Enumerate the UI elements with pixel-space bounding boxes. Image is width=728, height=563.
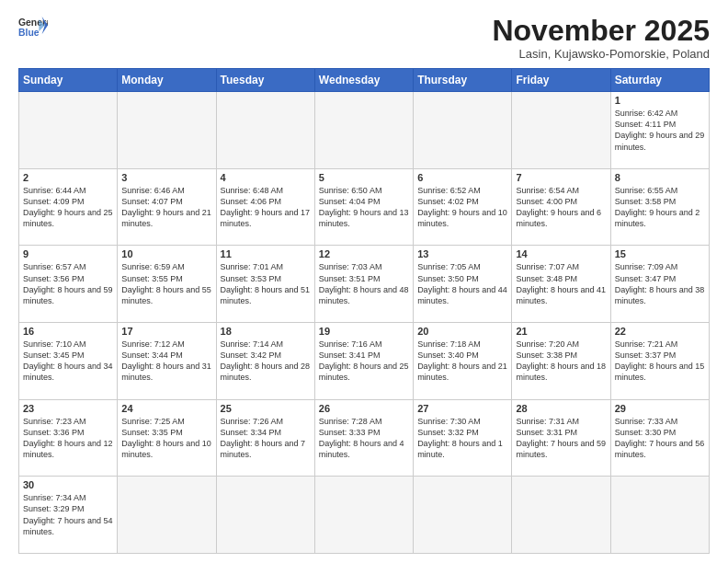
day-number: 29: [615, 403, 705, 414]
calendar-cell: [314, 477, 413, 554]
cell-info: Sunrise: 7:18 AM Sunset: 3:40 PM Dayligh…: [417, 339, 507, 384]
calendar-week-3: 9Sunrise: 6:57 AM Sunset: 3:56 PM Daylig…: [19, 246, 710, 323]
calendar-cell: [314, 92, 413, 169]
calendar-cell: [19, 92, 118, 169]
calendar-cell: [216, 477, 314, 554]
day-header-friday: Friday: [512, 69, 610, 92]
cell-info: Sunrise: 7:05 AM Sunset: 3:50 PM Dayligh…: [417, 261, 507, 306]
cell-info: Sunrise: 7:21 AM Sunset: 3:37 PM Dayligh…: [615, 339, 705, 384]
calendar-cell: 8Sunrise: 6:55 AM Sunset: 3:58 PM Daylig…: [610, 168, 709, 246]
calendar-week-1: 1Sunrise: 6:42 AM Sunset: 4:11 PM Daylig…: [19, 92, 710, 169]
svg-text:Blue: Blue: [18, 28, 40, 38]
calendar-cell: 25Sunrise: 7:26 AM Sunset: 3:34 PM Dayli…: [216, 399, 314, 477]
day-number: 17: [121, 326, 211, 337]
day-number: 2: [23, 172, 113, 183]
calendar-cell: [414, 92, 512, 169]
calendar-cell: 17Sunrise: 7:12 AM Sunset: 3:44 PM Dayli…: [118, 323, 216, 400]
calendar-cell: 2Sunrise: 6:44 AM Sunset: 4:09 PM Daylig…: [19, 168, 118, 246]
calendar-cell: 10Sunrise: 6:59 AM Sunset: 3:55 PM Dayli…: [118, 246, 216, 323]
day-number: 10: [121, 248, 211, 259]
cell-info: Sunrise: 7:01 AM Sunset: 3:53 PM Dayligh…: [221, 261, 311, 306]
calendar-cell: 23Sunrise: 7:23 AM Sunset: 3:36 PM Dayli…: [19, 399, 118, 477]
calendar-cell: 9Sunrise: 6:57 AM Sunset: 3:56 PM Daylig…: [19, 246, 118, 323]
cell-info: Sunrise: 6:48 AM Sunset: 4:06 PM Dayligh…: [221, 185, 311, 230]
cell-info: Sunrise: 7:28 AM Sunset: 3:33 PM Dayligh…: [319, 416, 409, 461]
day-number: 30: [23, 479, 113, 490]
calendar-cell: [512, 92, 610, 169]
calendar-cell: 27Sunrise: 7:30 AM Sunset: 3:32 PM Dayli…: [414, 399, 512, 477]
logo-icon: General Blue: [18, 15, 48, 40]
calendar-cell: 18Sunrise: 7:14 AM Sunset: 3:42 PM Dayli…: [216, 323, 314, 400]
day-number: 22: [615, 326, 705, 337]
calendar-cell: 19Sunrise: 7:16 AM Sunset: 3:41 PM Dayli…: [314, 323, 413, 400]
day-number: 1: [615, 95, 705, 106]
calendar-cell: 21Sunrise: 7:20 AM Sunset: 3:38 PM Dayli…: [512, 323, 610, 400]
cell-info: Sunrise: 7:30 AM Sunset: 3:32 PM Dayligh…: [417, 416, 507, 461]
page: General Blue November 2025 Lasin, Kujaws…: [0, 0, 728, 563]
day-number: 5: [319, 172, 409, 183]
calendar-cell: 24Sunrise: 7:25 AM Sunset: 3:35 PM Dayli…: [118, 399, 216, 477]
day-header-saturday: Saturday: [610, 69, 709, 92]
calendar-cell: 6Sunrise: 6:52 AM Sunset: 4:02 PM Daylig…: [414, 168, 512, 246]
day-header-thursday: Thursday: [414, 69, 512, 92]
calendar-cell: 15Sunrise: 7:09 AM Sunset: 3:47 PM Dayli…: [610, 246, 709, 323]
cell-info: Sunrise: 7:12 AM Sunset: 3:44 PM Dayligh…: [121, 339, 211, 384]
location: Lasin, Kujawsko-Pomorskie, Poland: [492, 47, 710, 61]
cell-info: Sunrise: 7:25 AM Sunset: 3:35 PM Dayligh…: [121, 416, 211, 461]
day-number: 20: [417, 326, 507, 337]
calendar-cell: 16Sunrise: 7:10 AM Sunset: 3:45 PM Dayli…: [19, 323, 118, 400]
day-number: 27: [417, 403, 507, 414]
calendar-week-4: 16Sunrise: 7:10 AM Sunset: 3:45 PM Dayli…: [19, 323, 710, 400]
cell-info: Sunrise: 7:14 AM Sunset: 3:42 PM Dayligh…: [221, 339, 311, 384]
day-number: 3: [121, 172, 211, 183]
day-number: 28: [516, 403, 606, 414]
day-number: 21: [516, 326, 606, 337]
calendar-header-row: SundayMondayTuesdayWednesdayThursdayFrid…: [19, 69, 710, 92]
calendar-cell: [414, 477, 512, 554]
cell-info: Sunrise: 7:33 AM Sunset: 3:30 PM Dayligh…: [615, 416, 705, 461]
header: General Blue November 2025 Lasin, Kujaws…: [18, 15, 710, 61]
calendar-cell: 29Sunrise: 7:33 AM Sunset: 3:30 PM Dayli…: [610, 399, 709, 477]
calendar-cell: 14Sunrise: 7:07 AM Sunset: 3:48 PM Dayli…: [512, 246, 610, 323]
day-number: 12: [319, 248, 409, 259]
day-number: 26: [319, 403, 409, 414]
calendar-week-2: 2Sunrise: 6:44 AM Sunset: 4:09 PM Daylig…: [19, 168, 710, 246]
calendar-cell: 20Sunrise: 7:18 AM Sunset: 3:40 PM Dayli…: [414, 323, 512, 400]
calendar-cell: 22Sunrise: 7:21 AM Sunset: 3:37 PM Dayli…: [610, 323, 709, 400]
day-number: 4: [221, 172, 311, 183]
cell-info: Sunrise: 6:42 AM Sunset: 4:11 PM Dayligh…: [615, 108, 705, 153]
cell-info: Sunrise: 7:16 AM Sunset: 3:41 PM Dayligh…: [319, 339, 409, 384]
calendar-cell: 4Sunrise: 6:48 AM Sunset: 4:06 PM Daylig…: [216, 168, 314, 246]
cell-info: Sunrise: 7:23 AM Sunset: 3:36 PM Dayligh…: [23, 416, 113, 461]
cell-info: Sunrise: 6:54 AM Sunset: 4:00 PM Dayligh…: [516, 185, 606, 230]
calendar-cell: 28Sunrise: 7:31 AM Sunset: 3:31 PM Dayli…: [512, 399, 610, 477]
calendar-cell: 30Sunrise: 7:34 AM Sunset: 3:29 PM Dayli…: [19, 477, 118, 554]
day-number: 7: [516, 172, 606, 183]
cell-info: Sunrise: 7:20 AM Sunset: 3:38 PM Dayligh…: [516, 339, 606, 384]
calendar-week-6: 30Sunrise: 7:34 AM Sunset: 3:29 PM Dayli…: [19, 477, 710, 554]
logo: General Blue: [18, 15, 48, 40]
day-number: 19: [319, 326, 409, 337]
day-header-wednesday: Wednesday: [314, 69, 413, 92]
cell-info: Sunrise: 6:59 AM Sunset: 3:55 PM Dayligh…: [121, 261, 211, 306]
calendar-cell: 7Sunrise: 6:54 AM Sunset: 4:00 PM Daylig…: [512, 168, 610, 246]
calendar-cell: [216, 92, 314, 169]
day-number: 13: [417, 248, 507, 259]
calendar-cell: 13Sunrise: 7:05 AM Sunset: 3:50 PM Dayli…: [414, 246, 512, 323]
month-title: November 2025: [492, 15, 710, 47]
day-number: 8: [615, 172, 705, 183]
calendar: SundayMondayTuesdayWednesdayThursdayFrid…: [18, 68, 710, 554]
calendar-cell: 11Sunrise: 7:01 AM Sunset: 3:53 PM Dayli…: [216, 246, 314, 323]
cell-info: Sunrise: 6:57 AM Sunset: 3:56 PM Dayligh…: [23, 261, 113, 306]
day-number: 23: [23, 403, 113, 414]
cell-info: Sunrise: 6:52 AM Sunset: 4:02 PM Dayligh…: [417, 185, 507, 230]
day-number: 9: [23, 248, 113, 259]
day-header-sunday: Sunday: [19, 69, 118, 92]
cell-info: Sunrise: 7:09 AM Sunset: 3:47 PM Dayligh…: [615, 261, 705, 306]
cell-info: Sunrise: 7:07 AM Sunset: 3:48 PM Dayligh…: [516, 261, 606, 306]
day-number: 11: [221, 248, 311, 259]
day-number: 25: [221, 403, 311, 414]
cell-info: Sunrise: 7:31 AM Sunset: 3:31 PM Dayligh…: [516, 416, 606, 461]
day-header-tuesday: Tuesday: [216, 69, 314, 92]
cell-info: Sunrise: 7:03 AM Sunset: 3:51 PM Dayligh…: [319, 261, 409, 306]
